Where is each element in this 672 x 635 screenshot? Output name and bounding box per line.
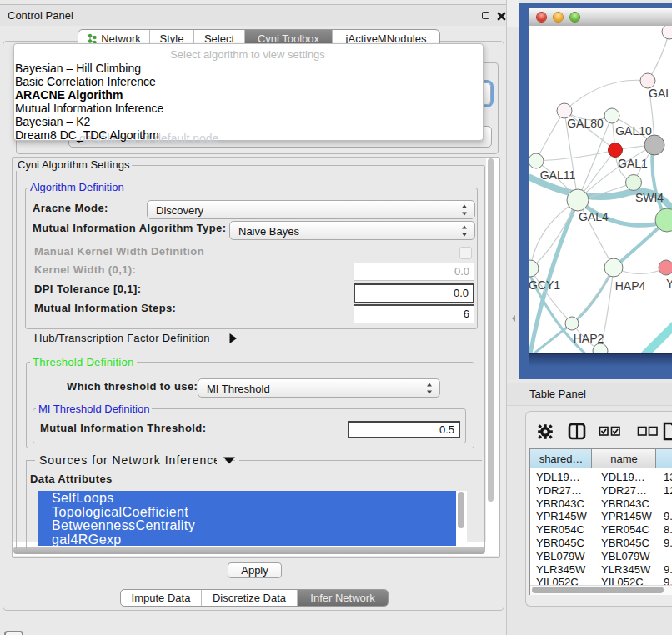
svg-text:Y: Y	[666, 277, 672, 290]
svg-text:GAL7: GAL7	[649, 87, 672, 100]
svg-text:GAL80: GAL80	[567, 117, 604, 130]
svg-text:GCY1: GCY1	[529, 278, 560, 292]
svg-text:SWI4: SWI4	[635, 191, 664, 204]
svg-text:HAP2: HAP2	[574, 332, 604, 345]
svg-text:GAL4: GAL4	[579, 210, 609, 223]
svg-text:GAL10: GAL10	[615, 124, 652, 138]
svg-text:HAP4: HAP4	[615, 279, 646, 292]
svg-text:GAL11: GAL11	[540, 168, 576, 182]
svg-text:GAL1: GAL1	[618, 157, 648, 170]
